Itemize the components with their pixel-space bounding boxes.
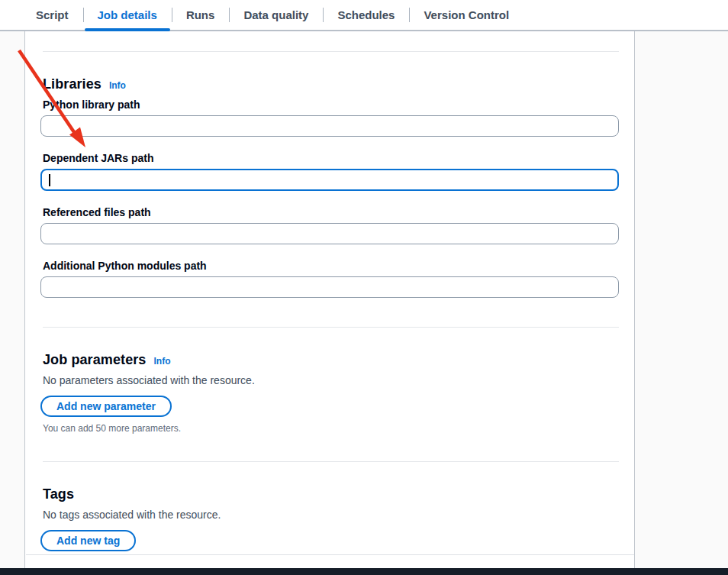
job-tab-bar: Script Job details Runs Data quality Sch… (0, 0, 728, 31)
referenced-files-path-input[interactable] (40, 223, 619, 244)
libraries-info-link[interactable]: Info (109, 80, 126, 91)
job-parameters-heading: Job parameters (43, 352, 146, 368)
additional-python-modules-path-label: Additional Python modules path (43, 260, 619, 272)
job-details-panel: Libraries Info Python library path Depen… (26, 31, 634, 555)
tags-heading: Tags (43, 486, 74, 502)
tags-empty-text: No tags associated with the resource. (43, 509, 619, 521)
add-new-tag-button[interactable]: Add new tag (40, 530, 136, 551)
additional-python-modules-path-input[interactable] (40, 276, 619, 298)
tab-version-control[interactable]: Version Control (409, 0, 523, 30)
job-parameters-info-link[interactable]: Info (153, 356, 170, 367)
python-library-path-input[interactable] (40, 115, 619, 137)
libraries-heading: Libraries (43, 76, 101, 92)
tags-section: Tags No tags associated with the resourc… (40, 486, 619, 551)
right-gutter (634, 31, 728, 568)
referenced-files-path-label: Referenced files path (43, 206, 619, 218)
libraries-section: Libraries Info Python library path Depen… (40, 76, 619, 298)
job-parameters-empty-text: No parameters associated with the resour… (43, 374, 619, 386)
job-parameters-section: Job parameters Info No parameters associ… (40, 352, 619, 434)
tab-script[interactable]: Script (21, 0, 83, 30)
section-divider (43, 327, 619, 328)
left-gutter (0, 31, 25, 568)
add-new-parameter-button[interactable]: Add new parameter (40, 396, 172, 417)
section-divider (43, 461, 619, 462)
tab-job-details[interactable]: Job details (83, 0, 172, 30)
console-footer-bar (0, 568, 728, 575)
section-divider (43, 51, 619, 52)
tab-data-quality[interactable]: Data quality (229, 0, 323, 30)
job-parameters-constraint-text: You can add 50 more parameters. (43, 423, 619, 434)
dependent-jars-path-input[interactable] (40, 169, 619, 191)
python-library-path-label: Python library path (43, 99, 619, 111)
dependent-jars-path-label: Dependent JARs path (43, 152, 619, 164)
tab-runs[interactable]: Runs (172, 0, 230, 30)
tab-schedules[interactable]: Schedules (323, 0, 409, 30)
